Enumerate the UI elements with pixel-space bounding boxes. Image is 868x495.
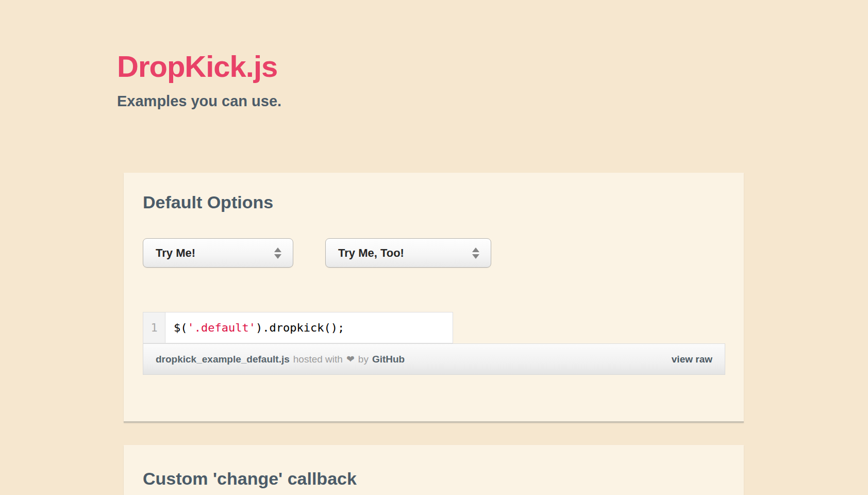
code-text: ).dropkick();: [256, 321, 344, 334]
updown-arrows-icon: [274, 248, 281, 259]
dropdown-selected-label: Try Me!: [156, 246, 195, 260]
section-custom-change-callback: Custom 'change' callback: [124, 445, 744, 495]
page-subtitle: Examples you can use.: [117, 93, 868, 110]
section-heading: Default Options: [143, 173, 725, 212]
code-string-literal: '.default': [188, 321, 256, 334]
gist-meta-bar: dropkick_example_default.js hosted with …: [143, 343, 725, 375]
gist-code-line: $('.default').dropkick();: [165, 312, 344, 343]
updown-arrows-icon: [472, 248, 479, 259]
section-heading: Custom 'change' callback: [143, 469, 725, 489]
by-text: by: [358, 354, 369, 365]
gist-meta-left: dropkick_example_default.js hosted with …: [156, 353, 405, 365]
arrow-up-icon: [472, 248, 479, 252]
gist-filename-link[interactable]: dropkick_example_default.js: [156, 354, 290, 365]
page-title: DropKick.js: [117, 52, 868, 81]
arrow-up-icon: [274, 248, 281, 252]
heart-icon: ❤: [346, 353, 355, 365]
hosted-with-text: hosted with: [293, 354, 343, 365]
github-link[interactable]: GitHub: [372, 354, 405, 365]
page: DropKick.js Examples you can use. Defaul…: [0, 0, 868, 495]
dropdown-selected-label: Try Me, Too!: [338, 246, 404, 260]
section-default-options: Default Options Try Me! Try Me, Too! 1: [124, 173, 744, 423]
code-text: $(: [174, 321, 188, 334]
gist-code-block: 1 $('.default').dropkick();: [143, 312, 453, 343]
try-me-dropdown[interactable]: Try Me!: [143, 238, 293, 268]
dropdown-row: Try Me! Try Me, Too!: [143, 238, 725, 268]
try-me-too-dropdown[interactable]: Try Me, Too!: [325, 238, 491, 268]
gist-embed: 1 $('.default').dropkick(); dropkick_exa…: [143, 312, 725, 375]
arrow-down-icon: [274, 254, 281, 259]
gist-line-number: 1: [143, 312, 165, 343]
view-raw-link[interactable]: view raw: [672, 354, 712, 365]
arrow-down-icon: [472, 254, 479, 259]
